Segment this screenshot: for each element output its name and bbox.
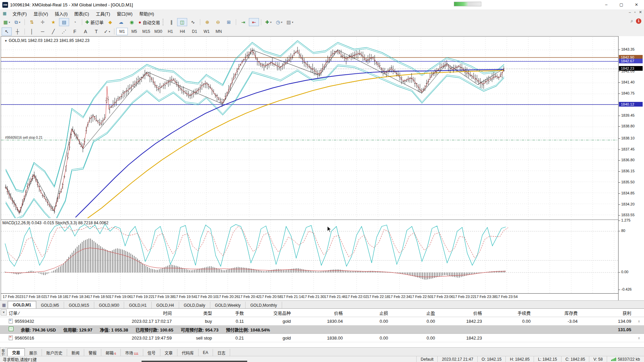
terminal-header-8[interactable]: 价格 xyxy=(438,310,485,316)
terminal-close-button[interactable]: ✕ xyxy=(1,309,7,315)
timeframe-h1[interactable]: H1 xyxy=(165,28,176,35)
terminal-tab-信号[interactable]: 信号 xyxy=(143,349,160,356)
tile-windows-button[interactable]: ⊞ xyxy=(224,18,234,26)
chart-tab-gold-m5[interactable]: GOLD,M5 xyxy=(36,302,64,309)
terminal-tab-警报[interactable]: 警报 xyxy=(84,349,101,356)
timeframe-d1[interactable]: D1 xyxy=(189,28,200,35)
chart-shift-button[interactable]: ⇤ xyxy=(249,18,259,26)
crosshair-tool[interactable]: ┼ xyxy=(12,27,22,36)
menu-item-6[interactable]: 帮助(H) xyxy=(136,9,157,18)
terminal-header-6[interactable]: 止损 xyxy=(345,310,391,316)
price-chart[interactable] xyxy=(1,37,619,218)
terminal-header-9[interactable]: 手续费 xyxy=(485,310,533,316)
terminal-header-10[interactable]: 库存费 xyxy=(533,310,580,316)
row-close-button[interactable]: x xyxy=(634,319,644,323)
chart-plot[interactable]: ▼GOLD,M1 1842.03 1842.23 1841.85 1842.23… xyxy=(1,36,619,301)
maximize-button[interactable]: ▢ xyxy=(614,0,629,9)
periods-button[interactable]: ◷▾ xyxy=(274,18,284,26)
timeframe-m30[interactable]: M30 xyxy=(153,28,164,35)
menu-item-5[interactable]: 窗口(W) xyxy=(113,9,136,18)
terminal-header-7[interactable]: 止盈 xyxy=(391,310,438,316)
chart-close-button[interactable]: ✕ xyxy=(639,10,642,14)
search-icon[interactable]: ⌕ xyxy=(631,18,633,24)
menu-item-3[interactable]: 图表(C) xyxy=(71,9,93,18)
line-chart-button[interactable]: ∿ xyxy=(188,18,198,26)
menu-item-0[interactable]: 文件(F) xyxy=(9,9,30,18)
chart-windows-icon[interactable]: ▦ xyxy=(2,303,6,307)
chart-minimize-button[interactable]: ‒ xyxy=(629,10,631,14)
menu-item-1[interactable]: 显示(V) xyxy=(30,9,51,18)
terminal-tab-ea[interactable]: EA xyxy=(199,349,213,356)
terminal-header-1[interactable]: 时间 xyxy=(84,310,174,316)
terminal-tab-账户历史[interactable]: 账户历史 xyxy=(42,349,67,356)
terminal-tab-文章[interactable]: 文章 xyxy=(160,349,177,356)
sound-button[interactable]: ◆ xyxy=(105,18,115,26)
status-profile[interactable]: Default xyxy=(416,356,437,362)
text-tool[interactable]: A xyxy=(80,27,91,36)
terminal-tab-新闻[interactable]: 新闻 xyxy=(67,349,84,356)
terminal-header-0[interactable]: 订单 ∕ xyxy=(0,310,84,316)
strategy-tester-button[interactable]: ◔ xyxy=(70,18,80,26)
timeframe-m1[interactable]: M1 xyxy=(116,28,128,35)
bar-chart-button[interactable]: ∥ xyxy=(166,18,176,26)
menu-item-4[interactable]: 工具(T) xyxy=(93,9,114,18)
fibonacci-tool[interactable]: F xyxy=(70,27,80,36)
candlestick-button[interactable]: ◫ xyxy=(177,18,187,26)
chart-tab-gold-monthly[interactable]: GOLD,Monthly xyxy=(246,302,282,309)
market-watch-button[interactable]: ⇅ xyxy=(27,18,37,26)
timeframe-m5[interactable]: M5 xyxy=(128,28,140,35)
menu-item-2[interactable]: 插入(I) xyxy=(51,9,71,18)
row-close-button[interactable]: x xyxy=(634,336,644,340)
minimize-button[interactable]: – xyxy=(599,0,614,9)
terminal-tab-邮箱[interactable]: 邮箱6 xyxy=(101,349,121,356)
terminal-tab-日志[interactable]: 日志 xyxy=(213,349,230,356)
chart-tab-gold-weekly[interactable]: GOLD,Weekly xyxy=(210,302,246,309)
terminal-header-3[interactable]: 手数 xyxy=(215,310,247,316)
terminal-header-2[interactable]: 类型 xyxy=(174,310,215,316)
indicators-button[interactable]: ✚▾ xyxy=(263,18,273,26)
zoom-in-button[interactable]: ⊕ xyxy=(202,18,212,26)
terminal-header-5[interactable]: 价格 xyxy=(293,310,345,316)
auto-scroll-button[interactable]: ⇥ xyxy=(238,18,248,26)
trendline-tool[interactable]: ╱ xyxy=(48,27,58,36)
pending-order-row[interactable]: 956050162023.02.17 19:47:59sell stop0.21… xyxy=(0,334,644,342)
terminal-tab-展示[interactable]: 展示 xyxy=(25,349,42,356)
terminal-header-11[interactable]: 获利 xyxy=(580,310,634,316)
templates-button[interactable]: ▨▾ xyxy=(285,18,295,26)
zoom-out-button[interactable]: ⊖ xyxy=(213,18,223,26)
chart-tab-gold-m15[interactable]: GOLD,M15 xyxy=(64,302,94,309)
collapse-triangle-icon[interactable]: ▼ xyxy=(4,39,7,43)
close-button[interactable]: ✕ xyxy=(629,0,644,9)
open-position-row[interactable]: 955934322023.02.17 17:02:17buy0.11gold18… xyxy=(0,317,644,325)
data-window-button[interactable]: ✛ xyxy=(38,18,48,26)
terminal-button[interactable]: ▤ xyxy=(59,18,69,26)
signals-button[interactable]: ◉ xyxy=(127,18,137,26)
new-chart-button[interactable]: ▦▾ xyxy=(2,18,12,26)
notification-badge[interactable]: 1 xyxy=(636,18,641,24)
chart-tab-gold-m1[interactable]: GOLD,M1 xyxy=(8,301,36,309)
vertical-line-tool[interactable]: │ xyxy=(27,27,37,36)
cursor-tool[interactable]: ↖ xyxy=(2,27,12,36)
new-order-button[interactable]: ✚新订单 xyxy=(84,18,105,26)
chart-tab-gold-m30[interactable]: GOLD,M30 xyxy=(94,302,124,309)
terminal-header-4[interactable]: 交易品种 xyxy=(247,310,293,316)
timeframe-mn[interactable]: MN xyxy=(213,28,224,35)
arrows-tool[interactable]: ✓▾ xyxy=(102,27,112,36)
timeframe-m15[interactable]: M15 xyxy=(141,28,152,35)
channel-tool[interactable]: ⋰ xyxy=(59,27,69,36)
timeframe-h4[interactable]: H4 xyxy=(177,28,188,35)
terminal-tab-交易[interactable]: 交易 xyxy=(7,348,25,356)
terminal-tab-代码库[interactable]: 代码库 xyxy=(177,349,199,356)
text-label-tool[interactable]: T xyxy=(91,27,101,36)
chart-tab-gold-daily[interactable]: GOLD,Daily xyxy=(179,302,210,309)
chart-tab-gold-h4[interactable]: GOLD,H4 xyxy=(152,302,179,309)
chart-tab-gold-h1[interactable]: GOLD,H1 xyxy=(124,302,152,309)
autotrading-button[interactable]: ●自动交易 xyxy=(138,18,161,26)
chart-restore-button[interactable]: ▫ xyxy=(634,10,636,14)
indicator-chart[interactable] xyxy=(1,220,619,294)
profiles-button[interactable]: ⧉▾ xyxy=(12,18,22,26)
horizontal-line-tool[interactable]: ─ xyxy=(38,27,48,36)
terminal-tab-市场[interactable]: 市场111 xyxy=(121,349,143,356)
timeframe-w1[interactable]: W1 xyxy=(201,28,212,35)
chat-button[interactable]: ☁ xyxy=(116,18,126,26)
